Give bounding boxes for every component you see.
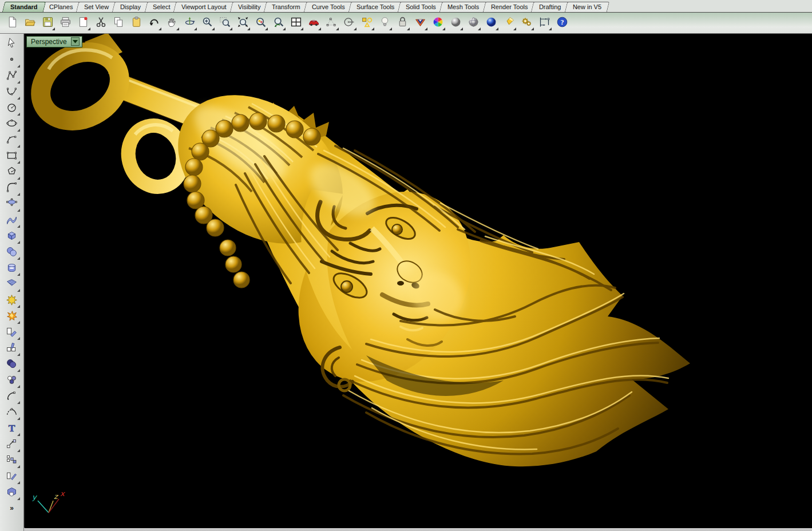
undo-button[interactable]	[146, 15, 162, 31]
open-file-button[interactable]	[22, 15, 38, 31]
text-tool[interactable]: T	[3, 421, 21, 437]
trim-tool[interactable]	[3, 324, 21, 340]
shaded-mode-button[interactable]	[448, 15, 464, 31]
text-tool-icon: T	[6, 422, 18, 436]
shaded-display-shield-icon	[414, 16, 426, 30]
ghosted-mode-button[interactable]	[466, 15, 481, 31]
help-button[interactable]: ?	[554, 15, 570, 31]
point-tool-icon	[6, 53, 18, 68]
explode-tool[interactable]	[3, 308, 21, 324]
boolean-union-tool[interactable]	[3, 356, 21, 373]
dimension-button[interactable]	[537, 15, 552, 31]
fillet-arc-icon	[6, 390, 18, 404]
copy-button[interactable]	[111, 15, 126, 31]
circle-tool[interactable]	[3, 100, 21, 116]
named-view-button[interactable]	[306, 15, 322, 31]
mesh-tool[interactable]	[3, 276, 21, 292]
tab-label: New in V5	[573, 3, 601, 11]
selection-filter-shapes-icon	[361, 16, 373, 30]
tab-solid-tools[interactable]: Solid Tools	[398, 2, 444, 12]
control-points-button[interactable]	[324, 15, 339, 31]
new-document-button[interactable]	[5, 15, 20, 31]
polyline-tool-icon	[6, 69, 18, 84]
polygon-tool[interactable]	[3, 164, 21, 180]
viewport-title-dropdown[interactable]: Perspective	[26, 36, 82, 47]
select-pointer-tool[interactable]	[3, 36, 21, 52]
zoom-selected-button[interactable]	[253, 15, 268, 31]
tab-label: Visibility	[238, 3, 261, 11]
radius-button[interactable]	[342, 15, 357, 31]
paste-button[interactable]	[129, 15, 144, 31]
cut-button[interactable]	[93, 15, 109, 31]
array-tool-icon	[6, 454, 18, 468]
cut-scissors-icon	[95, 16, 107, 30]
viewport-canvas[interactable]: y z x	[25, 34, 812, 528]
curve-interpolate-tool[interactable]	[3, 84, 21, 100]
svg-text:T: T	[9, 422, 15, 433]
fillet-curve-tool[interactable]	[3, 180, 21, 196]
perspective-viewport[interactable]: Perspective	[24, 34, 812, 528]
box-tool[interactable]	[3, 228, 21, 244]
lock-button[interactable]	[395, 15, 410, 31]
spotlight-cone-icon	[503, 16, 515, 30]
tab-set-view[interactable]: Set View	[76, 2, 117, 12]
rectangle-tool[interactable]	[3, 148, 21, 164]
scale-tool[interactable]	[3, 469, 21, 485]
page-setup-button[interactable]	[76, 15, 91, 31]
tab-label: Set View	[84, 3, 109, 11]
pan-view-button[interactable]	[164, 15, 180, 31]
print-icon	[60, 16, 72, 30]
cylinder-tool[interactable]	[3, 260, 21, 276]
svg-text:?: ?	[560, 18, 564, 26]
shaded-display-button[interactable]	[413, 15, 428, 31]
zoom-extents-button[interactable]	[235, 15, 251, 31]
rotate-view-button[interactable]	[182, 15, 197, 31]
tab-cplanes[interactable]: CPlanes	[41, 2, 81, 12]
join-tool[interactable]	[3, 292, 21, 308]
selection-filter-button[interactable]	[359, 15, 375, 31]
surface-from-points-tool[interactable]	[3, 196, 21, 212]
zoom-dynamic-button[interactable]	[200, 15, 215, 31]
tab-new-in-v5[interactable]: New in V5	[565, 2, 610, 12]
undo-view-change-button[interactable]	[271, 15, 286, 31]
options-button[interactable]	[519, 15, 534, 31]
blend-curve-tool[interactable]	[3, 405, 21, 421]
tab-surface-tools[interactable]: Surface Tools	[348, 2, 403, 12]
solid-spheres-icon	[6, 245, 18, 260]
tab-curve-tools[interactable]: Curve Tools	[304, 2, 353, 12]
solid-tools-box[interactable]	[3, 485, 21, 501]
tab-transform[interactable]: Transform	[264, 2, 308, 12]
rendered-display-button[interactable]	[430, 15, 446, 31]
tab-mesh-tools[interactable]: Mesh Tools	[439, 2, 488, 12]
split-tool[interactable]	[3, 340, 21, 356]
tab-drafting[interactable]: Drafting	[531, 2, 569, 12]
ellipse-tool[interactable]	[3, 116, 21, 132]
tab-visibility[interactable]: Visibility	[230, 2, 269, 12]
print-button[interactable]	[58, 15, 73, 31]
sidebar-expand-chevron[interactable]: »	[10, 504, 14, 512]
fillet-curve-icon	[6, 181, 18, 196]
chevron-down-icon[interactable]	[71, 37, 80, 46]
array-tool[interactable]	[3, 453, 21, 469]
lights-button[interactable]	[377, 15, 393, 31]
group-tool[interactable]	[3, 373, 21, 389]
point-tool[interactable]	[3, 52, 21, 68]
dimension-lines-icon	[538, 16, 550, 30]
polyline-tool[interactable]	[3, 68, 21, 84]
tab-display[interactable]: Display	[112, 2, 149, 12]
scale-tool-icon	[6, 470, 18, 484]
save-button[interactable]	[40, 15, 56, 31]
viewport-layout-button[interactable]	[288, 15, 304, 31]
tab-standard[interactable]: Standard	[2, 2, 46, 12]
loft-surface-tool[interactable]	[3, 212, 21, 228]
tab-render-tools[interactable]: Render Tools	[483, 2, 536, 12]
sphere-ghosted-icon	[468, 16, 480, 30]
tab-viewport-layout[interactable]: Viewport Layout	[173, 2, 235, 12]
fillet-arc-tool[interactable]	[3, 389, 21, 405]
move-tool[interactable]	[3, 437, 21, 453]
zoom-window-button[interactable]	[217, 15, 233, 31]
render-button[interactable]	[484, 15, 499, 31]
sphere-tool[interactable]	[3, 244, 21, 260]
arc-tool[interactable]	[3, 132, 21, 148]
spotlight-button[interactable]	[501, 15, 517, 31]
